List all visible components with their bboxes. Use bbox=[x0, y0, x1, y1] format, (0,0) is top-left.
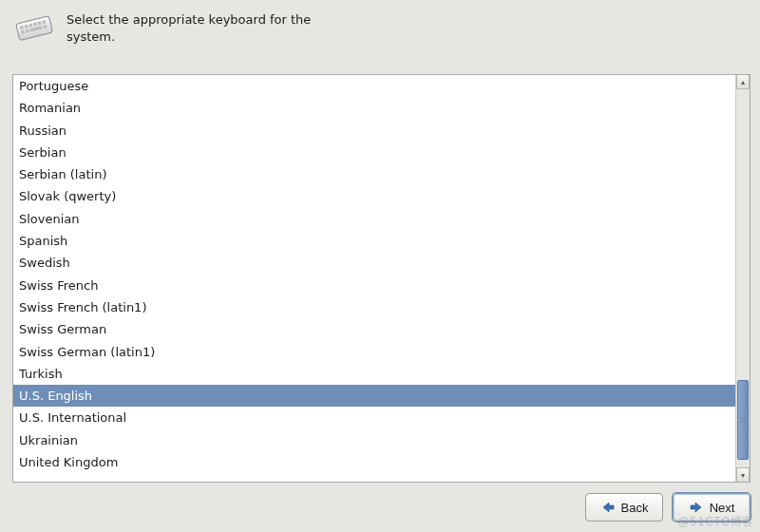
list-item[interactable]: Slovak (qwerty) bbox=[13, 185, 735, 207]
list-item[interactable]: United Kingdom bbox=[13, 451, 735, 473]
keyboard-list-frame: PortugueseRomanianRussianSerbianSerbian … bbox=[12, 74, 750, 483]
list-item[interactable]: Serbian (latin) bbox=[13, 163, 735, 185]
keyboard-icon bbox=[13, 10, 55, 46]
arrow-right-icon bbox=[689, 501, 704, 514]
back-button-label: Back bbox=[621, 501, 649, 515]
list-item[interactable]: Swiss French bbox=[13, 275, 735, 296]
scrollbar[interactable]: ▴ ▾ bbox=[735, 75, 750, 482]
next-button[interactable]: Next bbox=[673, 493, 750, 522]
list-item[interactable]: Spanish bbox=[13, 230, 735, 252]
list-item[interactable]: U.S. International bbox=[13, 407, 735, 428]
arrow-left-icon bbox=[600, 501, 616, 514]
list-item[interactable]: Swiss German (latin1) bbox=[13, 341, 735, 363]
back-button[interactable]: Back bbox=[585, 493, 663, 522]
instruction-text: Select the appropriate keyboard for the … bbox=[66, 10, 314, 46]
scroll-thumb[interactable] bbox=[737, 380, 749, 460]
list-item[interactable]: Serbian bbox=[13, 142, 735, 163]
list-item[interactable]: Swiss German bbox=[13, 318, 735, 340]
footer-bar: Back Next bbox=[0, 490, 760, 532]
list-item[interactable]: Slovenian bbox=[13, 208, 735, 230]
list-item[interactable]: Swiss French (latin1) bbox=[13, 296, 735, 318]
list-item[interactable]: U.S. English bbox=[13, 385, 735, 407]
scroll-down-button[interactable]: ▾ bbox=[736, 467, 750, 482]
list-item[interactable]: Russian bbox=[13, 120, 735, 142]
scroll-up-button[interactable]: ▴ bbox=[736, 75, 750, 89]
next-button-label: Next bbox=[710, 501, 735, 515]
header-row: Select the appropriate keyboard for the … bbox=[0, 0, 760, 51]
list-item[interactable]: Portuguese bbox=[13, 75, 735, 97]
list-item[interactable]: Ukrainian bbox=[13, 429, 735, 451]
list-item[interactable]: Turkish bbox=[13, 363, 735, 385]
list-item[interactable]: Romanian bbox=[13, 97, 735, 119]
keyboard-list[interactable]: PortugueseRomanianRussianSerbianSerbian … bbox=[13, 75, 735, 482]
list-item[interactable]: Swedish bbox=[13, 252, 735, 274]
